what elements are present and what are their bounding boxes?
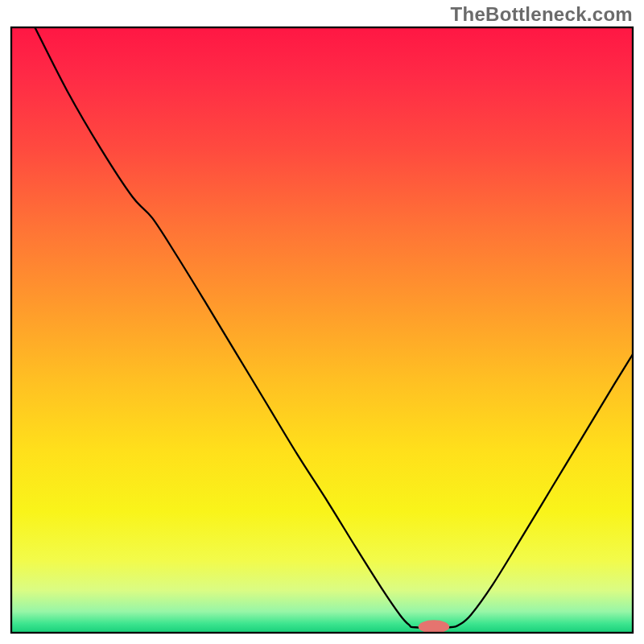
chart-container: TheBottleneck.com (0, 0, 644, 644)
optimal-marker (419, 620, 450, 634)
gradient-background (11, 27, 633, 633)
bottleneck-chart (0, 0, 644, 644)
